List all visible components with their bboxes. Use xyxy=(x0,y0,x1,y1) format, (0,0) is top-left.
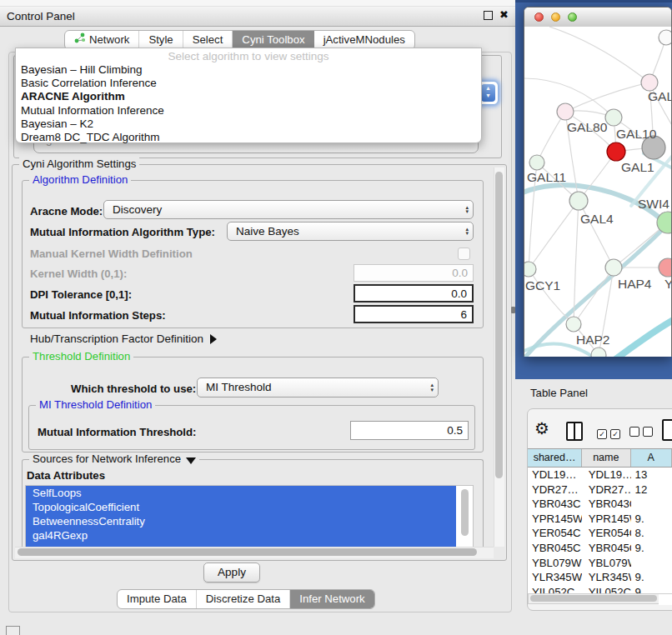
network-canvas[interactable]: GALGAL80GAL10GAL1GAL11GAL4SWI4HAP4YGCY1H… xyxy=(524,27,671,357)
network-view-window: GALGAL80GAL10GAL1GAL11GAL4SWI4HAP4YGCY1H… xyxy=(524,7,672,357)
attribute-selfloops[interactable]: SelfLoops xyxy=(26,486,456,500)
algorithm-definition-title: Algorithm Definition xyxy=(29,173,131,186)
tab-label: Select xyxy=(193,31,223,49)
table-row[interactable]: YPR145WYPR145W9. xyxy=(528,512,672,527)
table-cell: YER054C xyxy=(528,526,582,541)
algorithm-option-basic-correlation-inference[interactable]: Basic Correlation Inference xyxy=(16,77,481,90)
gear-icon[interactable]: ⚙ xyxy=(534,419,549,438)
bottom-tab-discretize-data[interactable]: Discretize Data xyxy=(197,590,290,608)
tab-select[interactable]: Select xyxy=(183,31,233,49)
mi-type-value: Naive Bayes xyxy=(236,225,299,238)
tab-jactivemnodules[interactable]: jActiveMNodules xyxy=(314,31,414,49)
node-gal4[interactable] xyxy=(569,192,588,210)
table-header-row: shared…nameA xyxy=(528,448,672,468)
column-header-name[interactable]: name xyxy=(582,449,630,467)
tab-style[interactable]: Style xyxy=(139,31,183,49)
tab-cyni-toolbox[interactable]: Cyni Toolbox xyxy=(233,31,313,49)
float-panel-icon[interactable] xyxy=(6,626,20,635)
combo-stepper-icon: ▴▾ xyxy=(430,383,434,392)
node-hap2[interactable] xyxy=(566,317,581,332)
node-label-hap2: HAP2 xyxy=(576,332,610,347)
attribute-topologicalcoefficient[interactable]: TopologicalCoefficient xyxy=(26,500,456,514)
mi-threshold-value: 0.5 xyxy=(447,424,463,437)
deselect-all-checkboxes-icon[interactable] xyxy=(629,427,656,439)
expand-right-icon xyxy=(210,334,217,344)
sources-group-title[interactable]: Sources for Network Inference xyxy=(29,452,199,465)
new-table-icon[interactable] xyxy=(662,419,672,441)
table-row[interactable]: YDR27…YDR27…12 xyxy=(528,482,672,498)
manual-kernel-label: Manual Kernel Width Definition xyxy=(30,248,193,260)
mi-type-label: Mutual Information Algorithm Type: xyxy=(30,226,215,238)
algorithm-option-mutual-information-inference[interactable]: Mutual Information Inference xyxy=(16,104,481,118)
hub-definition-expander[interactable]: Hub/Transcription Factor Definition xyxy=(30,332,217,345)
bottom-tab-impute-data[interactable]: Impute Data xyxy=(118,590,197,608)
table-cell: YBR043C xyxy=(582,497,631,512)
control-panel-titlebar: Control Panel ✖ xyxy=(0,7,515,27)
settings-hscrollbar-thumb[interactable] xyxy=(18,548,477,556)
close-icon[interactable]: ✖ xyxy=(499,10,509,20)
settings-vscrollbar-thumb[interactable] xyxy=(495,172,503,478)
columns-icon[interactable] xyxy=(566,422,583,441)
table-panel-title: Table Panel xyxy=(530,387,588,399)
table-cell: YLR345W xyxy=(582,570,631,585)
apply-button[interactable]: Apply xyxy=(203,562,260,582)
control-panel-title: Control Panel xyxy=(7,10,75,22)
zoom-traffic-light-icon[interactable] xyxy=(568,12,577,22)
table-cell xyxy=(631,497,672,512)
algorithm-option-bayesian-k2[interactable]: Bayesian – K2 xyxy=(16,118,481,131)
table-hscrollbar-thumb[interactable] xyxy=(530,595,657,602)
table-cell: 9. xyxy=(631,570,672,585)
table-row[interactable]: YBR043CYBR043C xyxy=(528,497,672,512)
table-cell: YDL19… xyxy=(528,468,582,482)
node-y[interactable] xyxy=(659,258,671,277)
node-gal11[interactable] xyxy=(529,155,544,170)
bottom-tab-infer-network[interactable]: Infer Network xyxy=(290,590,374,608)
mi-threshold-label: Mutual Information Threshold: xyxy=(38,426,196,438)
aracne-mode-combo[interactable]: Discovery ▴▾ xyxy=(103,200,474,219)
mi-type-combo[interactable]: Naive Bayes ▴▾ xyxy=(227,222,474,241)
node-gal1[interactable] xyxy=(607,142,625,161)
table-row[interactable]: YBL079WYBL079W xyxy=(528,556,672,571)
algorithm-option-aracne-algorithm[interactable]: ARACNE Algorithm xyxy=(16,90,481,103)
which-threshold-combo[interactable]: MI Threshold ▴▾ xyxy=(197,378,439,398)
algorithm-option-dream8-dc-tdc-algorithm[interactable]: Dream8 DC_TDC Algorithm xyxy=(16,131,481,144)
network-node-labels: GALGAL80GAL10GAL1GAL11GAL4SWI4HAP4YGCY1H… xyxy=(525,89,671,347)
column-header-shared[interactable]: shared… xyxy=(528,449,582,467)
node-gal10[interactable] xyxy=(605,109,622,126)
node-gal80[interactable] xyxy=(557,103,574,120)
manual-kernel-checkbox[interactable] xyxy=(458,248,470,260)
node-hap4[interactable] xyxy=(605,259,622,276)
column-header-a[interactable]: A xyxy=(631,449,672,467)
attribute-betweennesscentrality[interactable]: BetweennessCentrality xyxy=(26,514,456,528)
select-all-checkboxes-icon[interactable]: ✓✓ xyxy=(597,427,624,439)
mi-threshold-field[interactable]: 0.5 xyxy=(350,421,469,440)
kernel-width-field[interactable]: 0.0 xyxy=(354,264,474,282)
titlebar-buttons: ✖ xyxy=(484,10,509,20)
attribute-gal4rgexp[interactable]: gal4RGexp xyxy=(26,528,456,542)
mi-steps-value: 6 xyxy=(460,308,467,321)
tab-network[interactable]: Network xyxy=(65,31,139,49)
node-gcy1[interactable] xyxy=(524,262,536,277)
mi-steps-field[interactable]: 6 xyxy=(354,305,474,323)
aracne-mode-value: Discovery xyxy=(113,203,162,216)
table-row[interactable]: YDL19…YDL19…13 xyxy=(528,468,672,482)
table-cell: 12 xyxy=(631,482,672,498)
list-scrollbar[interactable] xyxy=(461,489,469,536)
table-row[interactable]: YBR045CYBR045C9. xyxy=(528,541,672,556)
node-gal[interactable] xyxy=(641,74,658,91)
float-window-icon[interactable] xyxy=(484,11,493,20)
node-label-gal: GAL xyxy=(648,89,671,103)
node-unlabeled[interactable] xyxy=(659,30,671,45)
dpi-tolerance-field[interactable]: 0.0 xyxy=(354,284,474,302)
which-threshold-value: MI Threshold xyxy=(206,381,272,393)
minimize-traffic-light-icon[interactable] xyxy=(551,12,560,22)
algorithm-option-bayesian-hill-climbing[interactable]: Bayesian – Hill Climbing xyxy=(16,63,481,77)
data-attributes-list[interactable]: SelfLoopsTopologicalCoefficientBetweenne… xyxy=(25,485,474,548)
tab-label: Cyni Toolbox xyxy=(242,31,304,49)
network-window-titlebar[interactable] xyxy=(524,8,671,28)
table-cell: YER054C xyxy=(582,526,631,541)
close-traffic-light-icon[interactable] xyxy=(534,12,544,22)
node-label-hap4: HAP4 xyxy=(618,277,652,291)
table-row[interactable]: YER054CYER054C8. xyxy=(528,526,672,541)
table-row[interactable]: YLR345WYLR345W9. xyxy=(528,570,672,585)
